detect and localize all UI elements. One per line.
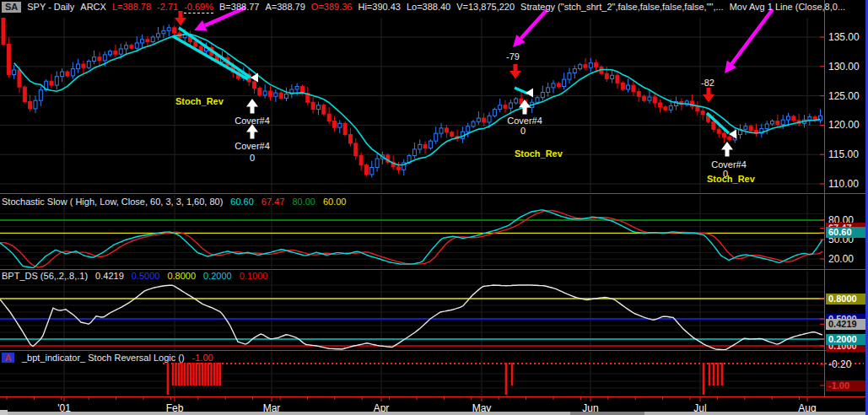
bpt-header-segment-0: BPT_DS (56,.2,.8,.1) <box>2 271 88 281</box>
quote-header-segment-5: B=388.77 <box>219 2 259 12</box>
quote-header-segment-3: -2.71 <box>157 2 178 12</box>
price-axis-label: 130.00 <box>828 61 860 73</box>
stochastic-header-segment-2: 67.47 <box>261 197 285 207</box>
reversal-header: A_bpt_indicator_ Stoch Reversal Logic ()… <box>2 353 221 363</box>
horizontal-scrollbar[interactable] <box>0 412 865 415</box>
chart-annotation-label[interactable]: 0 <box>520 126 526 136</box>
magenta-arrow-shaft[interactable] <box>520 10 547 39</box>
scrollbar-thumb[interactable] <box>570 412 644 415</box>
symbol-tab-badge[interactable]: SA <box>2 2 21 13</box>
stochastic-header-segment-4: 60.00 <box>323 197 347 207</box>
bpt-ds-line <box>0 285 822 350</box>
stochastic-header-segment-0: Stochastic Slow ( High, Low, Close, 60, … <box>2 197 223 207</box>
bpt-header-segment-4: 0.2000 <box>203 271 232 281</box>
quote-header-segment-0: SPY - Daily <box>27 2 74 12</box>
quote-header-segment-4: -0.69% <box>184 2 213 13</box>
quote-header-segment-7: O=389.36 <box>311 2 353 12</box>
trendline[interactable] <box>179 28 251 78</box>
scrollbar-corner <box>0 410 8 415</box>
reversal-indicator-title: _bpt_indicator_ Stoch Reversal Logic () <box>22 353 185 363</box>
reversal-axis-label: -0.20 <box>828 358 851 370</box>
bpt-header-segment-3: 0.8000 <box>167 271 196 281</box>
candlestick-series <box>2 15 822 177</box>
chart-annotation-label[interactable]: Cover#4 <box>235 116 270 126</box>
bpt-value-badge: 0.2000 <box>826 334 867 345</box>
quote-header-segment-1: ARCX <box>80 2 106 12</box>
chart-annotation-label[interactable]: Cover#4 <box>235 141 270 151</box>
quote-header-segment-6: A=388.79 <box>265 2 305 12</box>
bpt-header-segment-5: 0.1000 <box>240 271 268 281</box>
indicator-alert-badge[interactable]: A <box>2 353 14 363</box>
ma-line <box>14 35 821 165</box>
chart-annotation-label[interactable]: -82 <box>701 78 714 88</box>
trading-workspace: SASPY - DailyARCXL=388.78-2.71-0.69%B=38… <box>0 0 868 415</box>
axis-ticks <box>7 37 824 402</box>
chart-annotation-label[interactable]: 0 <box>250 153 255 163</box>
chart-annotation-label[interactable]: Cover#4 <box>507 116 542 126</box>
price-axis-label: 110.00 <box>828 178 859 190</box>
quote-header-segment-10: V=13,875,220 <box>456 2 515 12</box>
chart-annotation-label[interactable]: Cover#4 <box>711 159 747 170</box>
price-axis-label: 135.00 <box>828 31 860 43</box>
stoch-value-badge: 60.60 <box>826 227 867 238</box>
stochastic-header: Stochastic Slow ( High, Low, Close, 60, … <box>2 197 353 207</box>
chart-annotation-label[interactable]: Stoch_Rev <box>175 96 224 106</box>
stoch-axis-label: 20.00 <box>828 253 854 265</box>
reversal-histogram <box>167 363 724 395</box>
bpt-value-badge: 0.8000 <box>826 294 867 305</box>
bpt-header-segment-1: 0.4219 <box>95 271 124 281</box>
quote-header-segment-12: Mov Avg 1 Line (Close,8,0... <box>730 2 845 12</box>
chart-annotation-label[interactable]: Stoch_Rev <box>707 174 755 184</box>
bpt-value-badge: 0.4219 <box>826 319 867 330</box>
stochastic-header-segment-1: 60.60 <box>230 197 254 207</box>
bpt-ds-header: BPT_DS (56,.2,.8,.1)0.42190.50000.80000.… <box>2 271 275 281</box>
quote-header-segment-2: L=388.78 <box>112 2 151 12</box>
chart-annotation-label[interactable]: -79 <box>506 51 520 62</box>
quote-header-segment-9: Lo=388.40 <box>407 2 450 12</box>
price-axis-label: 125.00 <box>828 90 860 102</box>
cover-arrow-icon <box>246 124 258 139</box>
chart-annotation-label[interactable]: Stoch_Rev <box>515 148 563 159</box>
quote-header-segment-8: Hi=390.43 <box>358 2 400 12</box>
reversal-value-badge: -1.00 <box>826 380 867 391</box>
quote-header: SASPY - DailyARCXL=388.78-2.71-0.69%B=38… <box>2 2 851 13</box>
sell-arrow-icon <box>703 88 714 103</box>
stochastic-header-segment-3: 80.00 <box>292 197 315 207</box>
quote-header-segment-11: Strategy ("stch_shrt_2",false,false,fals… <box>520 2 724 12</box>
price-axis-label: 120.00 <box>828 119 860 131</box>
price-axis-label: 115.00 <box>828 148 859 160</box>
magenta-arrow-shaft[interactable] <box>731 9 773 64</box>
bpt-header-segment-2: 0.5000 <box>132 271 160 281</box>
reversal-indicator-value: -1.00 <box>192 353 213 363</box>
cover-arrow-icon <box>246 99 258 114</box>
